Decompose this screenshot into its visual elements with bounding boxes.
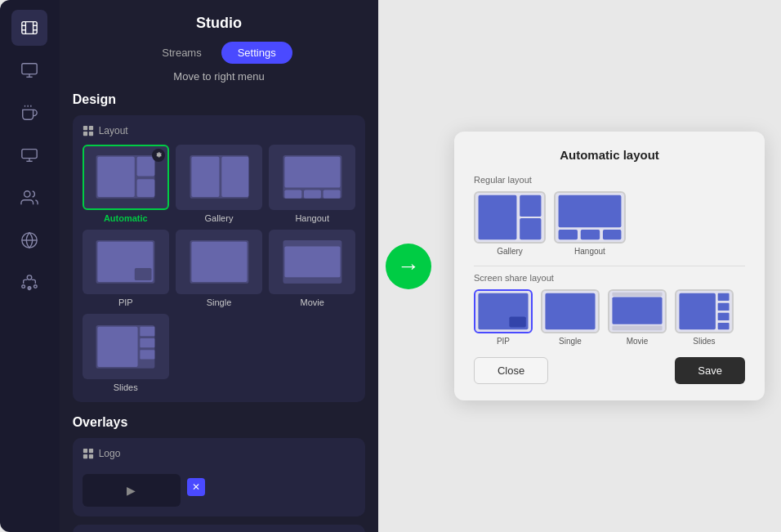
layout-label-automatic: Automatic [104, 213, 148, 223]
svg-rect-76 [612, 326, 662, 331]
right-panel: Automatic layout Regular layout Gallery [438, 0, 781, 532]
svg-rect-72 [545, 293, 595, 329]
regular-layout-label: Regular layout [474, 175, 745, 185]
dialog-layout-pip[interactable]: PIP [474, 289, 533, 346]
dialog-thumb-single[interactable] [541, 289, 600, 333]
screen-share-layout-row: PIP Single [474, 289, 745, 346]
dialog-thumb-pip[interactable] [474, 289, 533, 333]
layout-label-slides: Slides [114, 382, 138, 392]
dialog-title: Automatic layout [474, 148, 745, 162]
svg-rect-29 [137, 157, 155, 177]
svg-rect-51 [141, 338, 155, 347]
svg-point-21 [34, 285, 38, 288]
logo-label: Logo [83, 448, 356, 459]
layout-section-label: Layout [83, 125, 356, 136]
svg-rect-56 [89, 454, 93, 458]
svg-rect-0 [22, 22, 37, 34]
panel-content: Design Layout [60, 92, 379, 532]
dialog-layout-slides[interactable]: Slides [675, 289, 734, 346]
design-section-title: Design [73, 92, 366, 107]
regular-layout-row: Gallery Hangout [474, 191, 745, 256]
layout-grid: Automatic Gallery [83, 145, 356, 392]
dialog-label-slides: Slides [693, 337, 715, 346]
tab-streams[interactable]: Streams [145, 42, 217, 64]
svg-rect-62 [520, 218, 541, 239]
dialog-label-hangout: Hangout [574, 247, 605, 256]
sidebar-icon-team[interactable] [11, 265, 47, 301]
svg-rect-43 [191, 242, 247, 282]
gear-badge [152, 149, 165, 162]
svg-rect-55 [83, 454, 87, 458]
svg-rect-7 [22, 64, 37, 74]
layout-label-movie: Movie [301, 297, 324, 307]
svg-rect-52 [141, 350, 155, 359]
dialog-label-pip: PIP [497, 337, 510, 346]
layout-label-hangout: Hangout [295, 213, 329, 223]
dialog-save-button[interactable]: Save [675, 357, 745, 384]
layout-item-movie[interactable]: Movie [269, 230, 355, 308]
layout-thumb-single[interactable] [176, 230, 262, 295]
sidebar-icon-desktop[interactable] [11, 137, 47, 173]
svg-rect-67 [603, 230, 622, 239]
svg-rect-28 [98, 157, 135, 197]
arrow-area: → [378, 0, 438, 532]
svg-point-19 [28, 275, 33, 280]
layout-thumb-hangout[interactable] [269, 145, 355, 210]
sidebar-icon-users[interactable] [11, 180, 47, 216]
dialog-close-button[interactable]: Close [474, 357, 548, 384]
svg-rect-78 [679, 293, 715, 329]
logo-box: Logo ▶ ✕ [73, 438, 366, 516]
layout-thumb-gallery[interactable] [176, 145, 262, 210]
svg-rect-70 [509, 316, 525, 327]
svg-rect-26 [89, 132, 93, 136]
arrow-icon: → [386, 244, 431, 289]
logo-preview-row: ▶ ✕ [83, 467, 356, 507]
sidebar-icon-globe[interactable] [11, 222, 47, 258]
panel-title: Studio [60, 0, 379, 42]
sidebar-icon-film[interactable] [11, 10, 47, 46]
svg-rect-80 [718, 303, 730, 311]
layout-thumb-pip[interactable] [83, 230, 169, 295]
layout-item-single[interactable]: Single [176, 230, 262, 308]
svg-rect-45 [284, 247, 340, 278]
dialog-layout-hangout[interactable]: Hangout [554, 191, 626, 256]
svg-rect-46 [284, 242, 340, 246]
layout-item-automatic[interactable]: Automatic [83, 145, 169, 223]
svg-rect-65 [559, 230, 578, 239]
layout-thumb-movie[interactable] [269, 230, 355, 295]
dialog-thumb-slides[interactable] [675, 289, 734, 333]
svg-rect-64 [559, 195, 622, 227]
tab-settings[interactable]: Settings [221, 42, 292, 64]
dialog-label-single: Single [559, 337, 582, 346]
layout-item-pip[interactable]: PIP [83, 230, 169, 308]
dialog-divider [474, 266, 745, 266]
svg-point-16 [25, 191, 30, 197]
sidebar-icon-monitor[interactable] [11, 52, 47, 88]
main-panel: Studio Streams Settings Move to right me… [60, 0, 379, 532]
dialog-actions: Close Save [474, 357, 745, 384]
svg-rect-54 [89, 449, 93, 453]
dialog-thumb-gallery[interactable] [474, 191, 546, 244]
automatic-layout-dialog: Automatic layout Regular layout Gallery [454, 132, 765, 400]
svg-rect-38 [323, 190, 340, 199]
overlays-section-title: Overlays [73, 415, 366, 430]
svg-rect-41 [135, 268, 152, 280]
dialog-thumb-movie[interactable] [608, 289, 667, 333]
dialog-layout-gallery[interactable]: Gallery [474, 191, 546, 256]
dialog-layout-single[interactable]: Single [541, 289, 600, 346]
layout-thumb-automatic[interactable] [83, 145, 169, 210]
sidebar-icon-coffee[interactable] [11, 95, 47, 131]
svg-rect-37 [304, 190, 321, 199]
svg-rect-74 [612, 297, 662, 324]
layout-item-gallery[interactable]: Gallery [176, 145, 262, 223]
dialog-layout-movie[interactable]: Movie [608, 289, 667, 346]
layout-item-hangout[interactable]: Hangout [269, 145, 355, 223]
layout-item-slides[interactable]: Slides [83, 314, 169, 392]
svg-rect-35 [284, 157, 340, 188]
svg-rect-49 [98, 327, 138, 367]
logo-remove-button[interactable]: ✕ [187, 478, 205, 496]
svg-rect-32 [191, 157, 219, 197]
layout-thumb-slides[interactable] [83, 314, 169, 379]
dialog-thumb-hangout[interactable] [554, 191, 626, 244]
layout-label-single: Single [207, 297, 232, 307]
